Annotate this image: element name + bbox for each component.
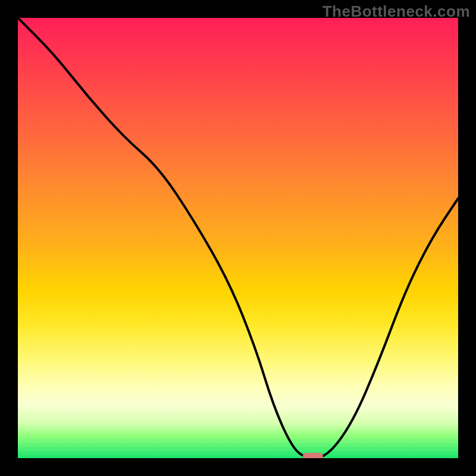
curve-svg: [18, 18, 458, 458]
optimal-point-marker: [303, 453, 323, 458]
watermark-text: TheBottleneck.com: [322, 2, 470, 21]
plot-area: [18, 18, 458, 458]
bottleneck-curve: [18, 18, 458, 458]
chart-frame: TheBottleneck.com: [0, 0, 476, 476]
